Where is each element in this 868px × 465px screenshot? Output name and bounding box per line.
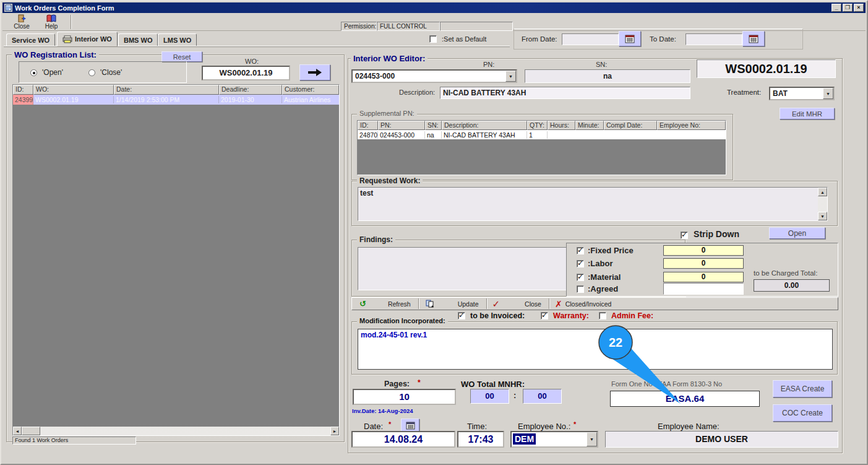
scroll-track[interactable] [818,196,827,212]
strip-down-checkbox[interactable]: Strip Down [681,229,739,239]
radio-button[interactable] [30,69,37,76]
material-input[interactable]: 0 [663,272,744,282]
set-as-default-checkbox[interactable]: :Set as Default [429,35,486,43]
pn-dropdown-button[interactable]: ▼ [505,71,516,82]
wo-search-input[interactable]: WS0002.01.19 [202,66,290,80]
horizontal-scrollbar[interactable]: ◄ ► [13,427,339,435]
material-checkbox[interactable]: :Material [577,272,621,282]
tab-interior-wo[interactable]: Interior WO [57,32,118,46]
treatment-dropdown-button[interactable]: ▼ [823,88,833,99]
radio-close[interactable]: 'Close' [88,68,122,77]
col-compl[interactable]: Compl Date: [604,121,657,130]
from-date-input[interactable] [562,33,619,45]
to-date-calendar-button[interactable] [742,31,765,46]
pn-combobox[interactable]: 024453-000 ▼ [351,69,517,83]
coc-create-button[interactable]: COC Create [773,404,832,422]
col-hours[interactable]: Hours: [548,121,575,130]
col-header-date[interactable]: Date: [114,85,219,95]
form-one-input[interactable]: EASA.64 [610,391,760,407]
employee-no-dropdown-button[interactable]: ▼ [587,432,597,446]
close-action-button[interactable]: Close [525,300,541,308]
checkbox-box[interactable] [577,260,584,267]
checkbox-box[interactable] [458,312,465,319]
cell-pn: 024453-000 [378,131,425,139]
mnhr-minutes-input[interactable]: 00 [523,389,562,404]
col-id[interactable]: ID: [358,121,378,130]
date-calendar-button[interactable] [401,419,419,432]
scroll-down-arrow[interactable]: ▼ [818,212,827,220]
open-close-filter-panel: 'Open' 'Close' [19,61,187,83]
wo-search-go-button[interactable] [299,64,330,80]
reset-button[interactable]: Reset [161,51,202,62]
requested-work-textarea[interactable]: test ▲ ▼ [358,187,828,221]
tab-service-wo[interactable]: Service WO [6,33,55,46]
fixed-price-input[interactable]: 0 [663,245,744,256]
agreed-checkbox[interactable]: :Agreed [577,284,618,293]
checkbox-box[interactable] [429,35,437,43]
labor-checkbox[interactable]: :Labor [577,259,612,268]
checkbox-box[interactable] [577,285,584,293]
checkbox-box[interactable] [541,312,548,319]
modification-group: Modification Incorporated: mod.24-45-01 … [351,321,838,375]
open-button-label: Open [788,229,806,238]
col-desc[interactable]: Description: [442,121,527,130]
to-be-invoiced-checkbox[interactable]: to be Invoiced: [458,311,525,320]
time-input[interactable]: 17:43 [457,431,504,448]
modification-textarea[interactable]: mod.24-45-01 rev.1 [358,329,833,370]
col-header-deadline[interactable]: Deadline: [219,85,282,95]
scroll-up-arrow[interactable]: ▲ [818,188,827,196]
sn-field[interactable]: na [525,69,690,83]
warranty-checkbox[interactable]: Warranty: [541,311,589,320]
checkbox-box[interactable] [681,232,688,239]
to-date-label: To Date: [650,35,676,43]
checkbox-box[interactable] [599,312,606,319]
refresh-button[interactable]: Refresh [388,300,411,308]
radio-open[interactable]: 'Open' [30,68,63,77]
date-input[interactable]: 14.08.24 [351,431,455,448]
fixed-price-checkbox[interactable]: :Fixed Price [577,246,634,255]
title-bar: Work Orders Completion Form _ ❐ × [2,2,866,13]
treatment-combobox[interactable]: BAT ▼ [769,87,835,100]
radio-button[interactable] [88,69,95,76]
close-window-button[interactable]: × [854,4,864,12]
scroll-track[interactable] [40,427,330,435]
vertical-scrollbar[interactable]: ▲ ▼ [818,188,827,220]
col-pn[interactable]: PN: [378,121,425,130]
admin-fee-checkbox[interactable]: Admin Fee: [599,311,653,320]
minimize-button[interactable]: _ [831,4,841,12]
pages-input[interactable]: 10 [353,389,456,405]
toolbar-separator [549,298,550,309]
col-header-wo[interactable]: WO: [33,85,114,95]
open-button[interactable]: Open [769,227,825,239]
col-empno[interactable]: Employee No: [657,121,726,130]
col-qty[interactable]: QTY: [527,121,548,130]
tab-bms-wo[interactable]: BMS WO [118,33,158,46]
help-button[interactable]: Help [37,14,66,30]
agreed-input[interactable] [663,283,744,295]
checkbox-box[interactable] [577,247,584,254]
description-field[interactable]: NI-CAD BATTERY 43AH [440,87,690,99]
col-sn[interactable]: SN: [425,121,442,130]
table-row[interactable]: 24870 024453-000 na NI-CAD BATTERY 43AH … [358,130,726,139]
wo-search-label: WO: [245,58,259,65]
easa-create-button[interactable]: EASA Create [773,380,832,398]
to-date-input[interactable] [685,33,742,45]
employee-no-combobox[interactable]: DEM ▼ [510,431,598,448]
tab-lms-wo[interactable]: LMS WO [158,33,197,46]
closed-invoiced-button[interactable]: Closed/Invoiced [565,300,612,308]
scroll-right-arrow[interactable]: ► [330,427,339,435]
update-button[interactable]: Update [458,300,479,308]
labor-input[interactable]: 0 [663,258,744,269]
mnhr-hours-input[interactable]: 00 [470,389,509,404]
col-header-customer[interactable]: Customer: [282,85,339,95]
close-button[interactable]: Close [7,14,36,30]
edit-mhr-button[interactable]: Edit MHR [780,108,835,120]
restore-button[interactable]: ❐ [843,4,853,12]
checkbox-box[interactable] [577,274,584,281]
from-date-calendar-button[interactable] [619,31,641,46]
col-header-id[interactable]: ID: [13,85,33,95]
table-row[interactable]: 24399 WS0002.01.19 1/14/2019 2:53:00 PM … [13,95,339,105]
scroll-left-arrow[interactable]: ◄ [13,427,22,435]
scroll-thumb[interactable] [22,427,40,435]
col-minute[interactable]: Minute: [575,121,604,130]
